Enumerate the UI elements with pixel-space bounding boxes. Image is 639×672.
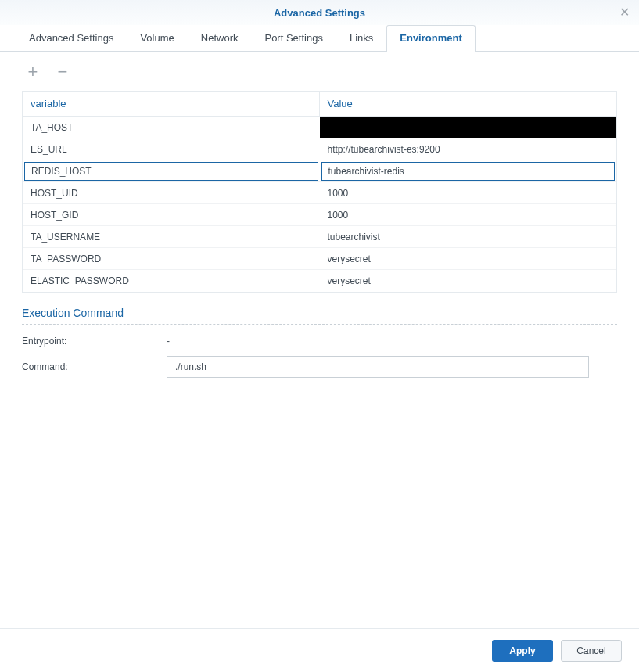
- section-divider: [22, 324, 617, 325]
- cell-variable[interactable]: HOST_UID: [23, 182, 320, 203]
- table-header-row: variable Value: [23, 92, 616, 117]
- tab-network[interactable]: Network: [188, 25, 252, 51]
- cell-variable[interactable]: [23, 160, 320, 181]
- tab-volume[interactable]: Volume: [127, 25, 187, 51]
- table-row[interactable]: TA_USERNAMEtubearchivist: [23, 226, 616, 248]
- env-toolbar: + −: [22, 63, 617, 91]
- modal-title: Advanced Settings: [274, 7, 365, 19]
- value-input[interactable]: [321, 162, 616, 181]
- cell-variable[interactable]: TA_USERNAME: [23, 226, 320, 247]
- table-body[interactable]: TA_HOSTES_URLhttp://tubearchivist-es:920…: [23, 117, 616, 292]
- entrypoint-row: Entrypoint: -: [22, 336, 617, 347]
- table-row[interactable]: [23, 160, 616, 182]
- cell-variable[interactable]: ES_URL: [23, 138, 320, 160]
- table-row[interactable]: ELASTIC_PASSWORDverysecret: [23, 270, 616, 292]
- cell-value[interactable]: http://tubearchivist-es:9200: [320, 138, 617, 160]
- command-row: Command:: [22, 356, 617, 378]
- cell-variable[interactable]: TA_HOST: [23, 117, 320, 138]
- advanced-settings-modal: Advanced Settings ✕ Advanced SettingsVol…: [0, 0, 639, 672]
- cell-value[interactable]: verysecret: [320, 270, 617, 292]
- table-row[interactable]: TA_PASSWORDverysecret: [23, 248, 616, 270]
- cell-value[interactable]: 1000: [320, 204, 617, 225]
- env-variables-table: variable Value TA_HOSTES_URLhttp://tubea…: [22, 91, 617, 293]
- modal-header: Advanced Settings ✕: [0, 0, 639, 25]
- cell-value[interactable]: 1000: [320, 182, 617, 203]
- tab-port-settings[interactable]: Port Settings: [251, 25, 336, 51]
- close-icon[interactable]: ✕: [619, 6, 630, 19]
- apply-button[interactable]: Apply: [492, 640, 553, 662]
- tab-content-environment: + − variable Value TA_HOSTES_URLhttp://t…: [0, 52, 639, 628]
- cell-value[interactable]: tubearchivist: [320, 226, 617, 247]
- table-row[interactable]: ES_URLhttp://tubearchivist-es:9200: [23, 138, 616, 160]
- cell-value[interactable]: [320, 117, 617, 138]
- cell-variable[interactable]: ELASTIC_PASSWORD: [23, 270, 320, 292]
- cancel-button[interactable]: Cancel: [561, 640, 622, 662]
- command-label: Command:: [22, 361, 167, 372]
- execution-command-title: Execution Command: [22, 307, 617, 319]
- redacted-value: [320, 117, 617, 138]
- tab-links[interactable]: Links: [336, 25, 386, 51]
- tabs-nav: Advanced SettingsVolumeNetworkPort Setti…: [0, 25, 639, 52]
- remove-icon[interactable]: −: [55, 64, 70, 80]
- tab-environment[interactable]: Environment: [386, 25, 475, 51]
- cell-variable[interactable]: HOST_GID: [23, 204, 320, 225]
- modal-footer: Apply Cancel: [0, 628, 639, 672]
- cell-variable[interactable]: TA_PASSWORD: [23, 248, 320, 269]
- cell-value[interactable]: verysecret: [320, 248, 617, 269]
- tab-advanced-settings[interactable]: Advanced Settings: [16, 25, 127, 51]
- col-header-variable[interactable]: variable: [23, 92, 320, 116]
- entrypoint-value: -: [167, 336, 617, 347]
- command-input[interactable]: [167, 356, 589, 378]
- cell-value[interactable]: [320, 160, 617, 181]
- variable-input[interactable]: [24, 162, 318, 181]
- col-header-value[interactable]: Value: [320, 92, 617, 116]
- table-row[interactable]: TA_HOST: [23, 117, 616, 138]
- table-row[interactable]: HOST_GID1000: [23, 204, 616, 226]
- add-icon[interactable]: +: [25, 64, 41, 80]
- table-row[interactable]: HOST_UID1000: [23, 182, 616, 204]
- entrypoint-label: Entrypoint:: [22, 336, 167, 347]
